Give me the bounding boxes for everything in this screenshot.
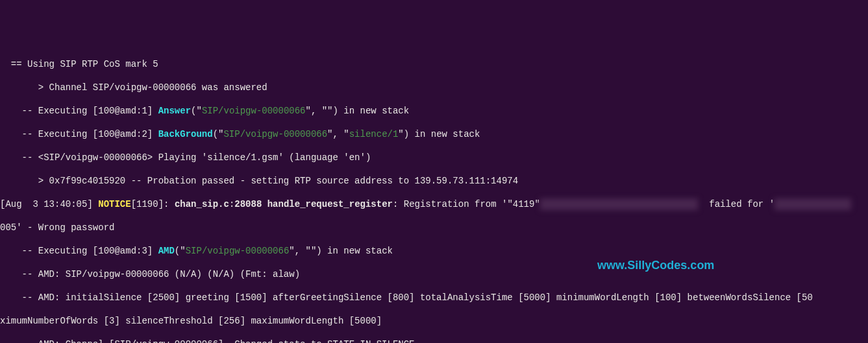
terminal-output: == Using SIP RTP CoS mark 5 > Channel SI…: [0, 47, 868, 343]
log-line: 005' - Wrong password: [0, 222, 868, 233]
log-line: ximumNumberOfWords [3] silenceThreshold …: [0, 315, 868, 327]
log-line: -- <SIP/voipgw-00000066> Playing 'silenc…: [0, 152, 868, 163]
log-line: -- Executing [100@amd:1] Answer("SIP/voi…: [0, 105, 868, 117]
log-line: > Channel SIP/voipgw-00000066 was answer…: [0, 82, 868, 93]
log-line: -- AMD: Channel [SIP/voipgw-00000066]. C…: [0, 338, 868, 343]
redacted-text: xxxxxxxxx xxxx: [775, 198, 851, 210]
log-line: > 0x7f99c4015920 -- Probation passed - s…: [0, 175, 868, 187]
log-line: [Aug 3 13:40:05] NOTICE[1190]: chan_sip.…: [0, 198, 868, 210]
log-line: -- Executing [100@amd:3] AMD("SIP/voipgw…: [0, 245, 868, 257]
log-line: == Using SIP RTP CoS mark 5: [0, 58, 868, 70]
log-line: -- Executing [100@amd:2] BackGround("SIP…: [0, 128, 868, 140]
log-line: -- AMD: SIP/voipgw-00000066 (N/A) (N/A) …: [0, 268, 868, 280]
redacted-text: <xxxxxxx xxxxxxx xxxxxxx xxxx: [540, 198, 699, 210]
log-line: -- AMD: initialSilence [2500] greeting […: [0, 292, 868, 303]
